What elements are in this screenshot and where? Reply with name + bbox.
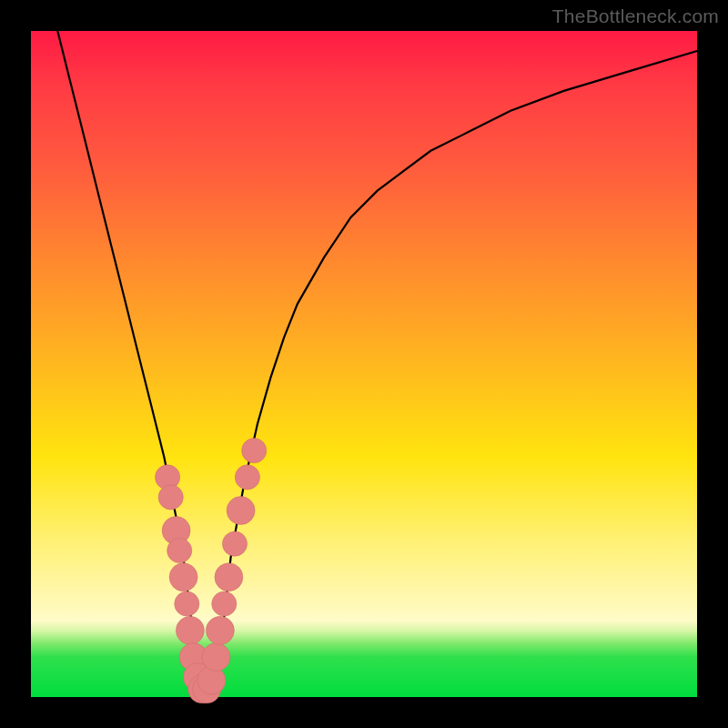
bead-marker <box>169 563 197 592</box>
bead-marker <box>212 592 237 616</box>
bead-marker <box>167 538 192 562</box>
bead-marker <box>158 485 183 510</box>
plot-area <box>31 31 697 697</box>
bead-marker <box>222 531 247 556</box>
bead-marker <box>242 439 267 463</box>
bead-marker <box>206 616 234 644</box>
bottleneck-curve <box>57 31 697 691</box>
chart-svg <box>31 31 697 697</box>
bead-marker <box>176 616 204 644</box>
bead-marker <box>202 643 230 672</box>
bead-marker <box>235 465 259 490</box>
bead-marker <box>215 563 243 592</box>
bead-marker <box>175 592 199 616</box>
chart-frame: TheBottleneck.com <box>0 0 728 728</box>
watermark-text: TheBottleneck.com <box>552 5 719 27</box>
bead-group <box>156 439 267 703</box>
bead-marker <box>227 497 255 525</box>
